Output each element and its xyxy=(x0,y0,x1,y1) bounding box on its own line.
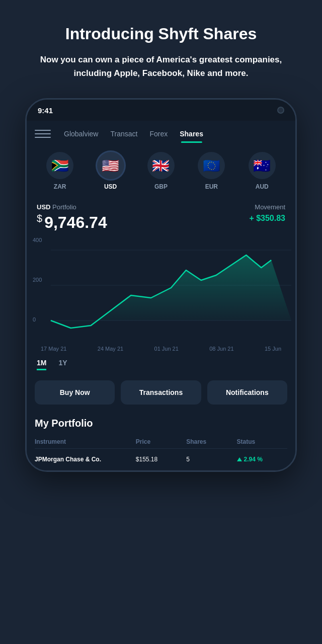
action-buttons: Buy Now Transactions Notifications xyxy=(27,375,295,413)
currency-gbp[interactable]: 🇬🇧 GBP xyxy=(147,152,175,190)
cell-shares: 5 xyxy=(186,456,236,463)
portfolio-label: USD Portfolio xyxy=(37,203,107,211)
currency-usd[interactable]: 🇺🇸 USD xyxy=(97,152,124,190)
nav-tabs: Globalview Transact Forex Shares xyxy=(27,121,295,142)
y-axis-labels: 400 200 0 xyxy=(33,237,42,323)
buy-now-button[interactable]: Buy Now xyxy=(35,380,115,405)
up-arrow-icon xyxy=(237,457,242,461)
flag-gbp: 🇬🇧 xyxy=(147,152,175,179)
x-label-4: 08 Jun 21 xyxy=(209,346,233,352)
cell-status: 2.94 % xyxy=(237,456,287,463)
portfolio-currency: USD xyxy=(37,203,50,211)
status-time: 9:41 xyxy=(38,106,53,115)
currency-eur[interactable]: 🇪🇺 EUR xyxy=(198,152,225,190)
currency-label-gbp: GBP xyxy=(154,183,168,190)
time-btn-1y[interactable]: 1Y xyxy=(58,359,67,370)
col-status: Status xyxy=(237,438,287,445)
x-label-3: 01 Jun 21 xyxy=(154,346,179,352)
my-portfolio: My Portfolio Instrument Price Shares Sta… xyxy=(27,413,295,470)
status-bar: 9:41 xyxy=(27,100,295,121)
portfolio-value: $9,746.74 xyxy=(37,213,107,232)
portfolio-chart xyxy=(31,240,291,341)
time-btn-1m[interactable]: 1M xyxy=(37,359,46,370)
intro-section: Introducing Shyft Shares Now you can own… xyxy=(0,0,322,98)
x-label-2: 24 May 21 xyxy=(98,346,123,352)
movement-value: + $350.83 xyxy=(249,214,285,223)
currency-row: 🇿🇦 ZAR 🇺🇸 USD 🇬🇧 GBP 🇪🇺 EUR 🇦🇺 AUD xyxy=(27,142,295,198)
notifications-button[interactable]: Notifications xyxy=(207,380,287,405)
chart-container: 400 200 0 xyxy=(27,232,295,352)
phone-mockup: 9:41 Globalview Transact Forex Shares 🇿🇦… xyxy=(25,98,297,472)
y-label-0: 0 xyxy=(33,316,42,323)
table-row[interactable]: JPMorgan Chase & Co. $155.18 5 2.94 % xyxy=(35,449,287,470)
cell-price: $155.18 xyxy=(136,456,186,463)
camera-icon xyxy=(277,107,284,114)
col-instrument: Instrument xyxy=(35,438,136,445)
intro-subtitle: Now you can own a piece of America's gre… xyxy=(20,53,302,80)
portfolio-table-title: My Portfolio xyxy=(35,418,287,429)
currency-zar[interactable]: 🇿🇦 ZAR xyxy=(46,152,73,190)
flag-eur: 🇪🇺 xyxy=(198,152,225,179)
flag-zar: 🇿🇦 xyxy=(46,152,73,179)
tab-forex[interactable]: Forex xyxy=(143,126,174,142)
flag-aud: 🇦🇺 xyxy=(249,152,276,179)
tab-globalview[interactable]: Globalview xyxy=(58,126,104,142)
flag-usd: 🇺🇸 xyxy=(97,152,124,179)
menu-icon[interactable] xyxy=(35,126,51,142)
currency-aud[interactable]: 🇦🇺 AUD xyxy=(249,152,276,190)
x-label-1: 17 May 21 xyxy=(41,346,66,352)
currency-label-aud: AUD xyxy=(256,183,269,190)
portfolio-header: USD Portfolio $9,746.74 Movement + $350.… xyxy=(37,203,285,232)
movement-section: Movement + $350.83 xyxy=(249,203,285,223)
currency-label-zar: ZAR xyxy=(54,183,66,190)
time-range: 1M 1Y xyxy=(27,352,295,375)
portfolio-amount: 9,746.74 xyxy=(44,213,107,231)
chart-x-labels: 17 May 21 24 May 21 01 Jun 21 08 Jun 21 … xyxy=(31,343,291,352)
table-header: Instrument Price Shares Status xyxy=(35,435,287,449)
currency-symbol: $ xyxy=(37,213,42,224)
intro-title: Introducing Shyft Shares xyxy=(20,24,302,43)
portfolio-section: USD Portfolio $9,746.74 Movement + $350.… xyxy=(27,198,295,232)
portfolio-left: USD Portfolio $9,746.74 xyxy=(37,203,107,232)
y-label-200: 200 xyxy=(33,277,42,283)
currency-label-eur: EUR xyxy=(205,183,218,190)
tab-transact[interactable]: Transact xyxy=(104,126,143,142)
phone-screen: Globalview Transact Forex Shares 🇿🇦 ZAR … xyxy=(27,121,295,470)
movement-label: Movement xyxy=(249,203,285,211)
x-label-5: 15 Jun xyxy=(265,346,281,352)
tab-shares[interactable]: Shares xyxy=(174,126,209,142)
y-label-400: 400 xyxy=(33,237,42,243)
cell-company: JPMorgan Chase & Co. xyxy=(35,456,136,463)
transactions-button[interactable]: Transactions xyxy=(121,380,201,405)
currency-label-usd: USD xyxy=(104,183,117,190)
col-shares: Shares xyxy=(186,438,236,445)
col-price: Price xyxy=(136,438,186,445)
